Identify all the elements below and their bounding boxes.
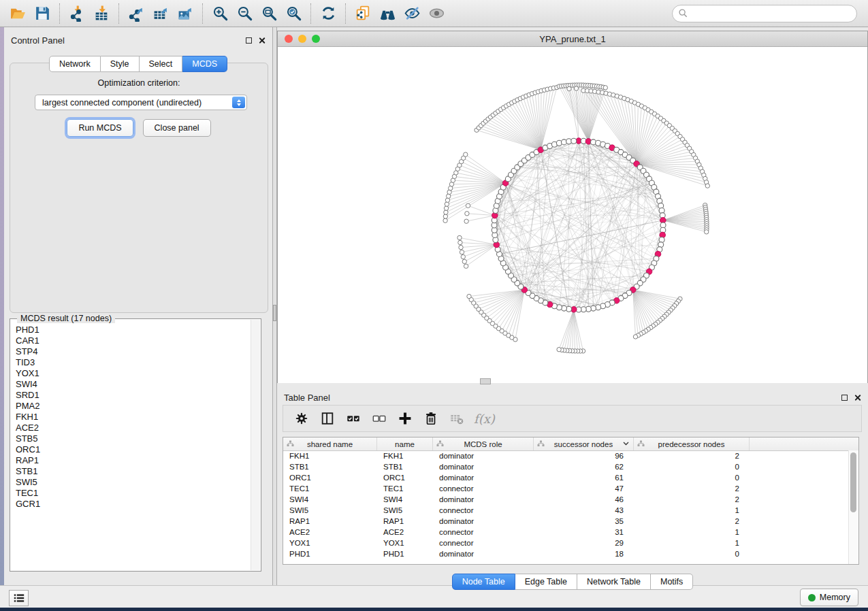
table-row[interactable]: STB1STB1dominator620 [283, 462, 858, 473]
delete-column-icon[interactable] [419, 408, 443, 429]
node-table-body: FKH1FKH1dominator962STB1STB1dominator620… [283, 451, 858, 560]
table-cell: RAP1 [377, 516, 433, 527]
table-cell: 31 [534, 527, 634, 538]
column-header-MCDS-role[interactable]: MCDS role [433, 437, 534, 450]
export-network-icon[interactable] [124, 3, 148, 24]
desktop-wallpaper-bottom [0, 608, 868, 611]
tab-style[interactable]: Style [101, 56, 140, 72]
mcds-result-item[interactable]: SWI5 [16, 477, 261, 488]
table-row[interactable]: PHD1PHD1dominator180 [283, 549, 858, 560]
column-header-successor-nodes[interactable]: successor nodes [534, 437, 634, 450]
first-neighbors-icon[interactable] [375, 3, 400, 24]
zoom-selected-icon[interactable] [281, 3, 306, 24]
run-mcds-button[interactable]: Run MCDS [67, 119, 133, 137]
table-row[interactable]: SWI5SWI5connector431 [283, 506, 858, 516]
network-window-title: YPA_prune.txt_1 [278, 34, 867, 44]
task-history-button[interactable] [9, 590, 29, 606]
tab-edge-table[interactable]: Edge Table [515, 574, 577, 590]
vertical-splitter-grip[interactable] [273, 305, 276, 321]
table-row[interactable]: FKH1FKH1dominator962 [283, 451, 858, 462]
mcds-result-item[interactable]: TID3 [16, 357, 261, 368]
column-header-shared-name[interactable]: shared name [283, 437, 377, 450]
table-tabs: Node Table Edge Table Network Table Moti… [277, 574, 868, 590]
table-cell: 61 [534, 473, 634, 484]
mcds-list-scrollbar[interactable] [251, 320, 260, 570]
mcds-result-item[interactable]: RAP1 [16, 455, 261, 466]
search-box[interactable] [672, 5, 857, 22]
toolbar-separator [59, 3, 60, 24]
table-row[interactable]: ACE2ACE2connector311 [283, 527, 858, 538]
save-session-icon[interactable] [30, 3, 54, 24]
control-panel: Control Panel Network Style Select MCDS … [4, 27, 272, 585]
close-panel-icon[interactable] [258, 37, 266, 44]
memory-status-icon [808, 594, 816, 601]
deselect-all-icon[interactable] [368, 408, 391, 429]
search-input[interactable] [688, 6, 856, 21]
mcds-result-item[interactable]: CAR1 [16, 335, 261, 346]
float-panel-icon[interactable] [246, 37, 252, 44]
mcds-result-item[interactable]: FKH1 [16, 412, 261, 423]
clone-network-icon[interactable] [351, 3, 375, 24]
network-window-titlebar[interactable]: YPA_prune.txt_1 [278, 31, 867, 47]
zoom-in-icon[interactable] [208, 3, 232, 24]
export-image-icon[interactable] [173, 3, 197, 24]
mcds-result-item[interactable]: SWI4 [16, 379, 261, 390]
zoom-fit-icon[interactable] [257, 3, 281, 24]
table-cell: 46 [534, 495, 634, 506]
settings-icon[interactable] [290, 408, 313, 429]
column-header-predecessor-nodes[interactable]: predecessor nodes [634, 437, 750, 450]
optimization-criterion-select[interactable]: largest connected component (undirected) [35, 95, 247, 110]
mcds-result-item[interactable]: STP4 [16, 346, 261, 357]
vertical-splitter[interactable] [272, 27, 277, 585]
node-table-scrollbar-thumb[interactable] [850, 452, 856, 512]
import-network-icon[interactable] [65, 3, 89, 24]
hide-selected-icon[interactable] [400, 3, 424, 24]
node-table-scrollbar[interactable] [848, 450, 858, 564]
table-cell: connector [433, 484, 534, 495]
table-cell: PHD1 [283, 549, 377, 560]
column-header-filler [750, 437, 850, 450]
memory-button[interactable]: Memory [800, 589, 858, 606]
table-cell: dominator [433, 451, 534, 462]
mcds-result-item[interactable]: PHD1 [16, 325, 261, 335]
zoom-out-icon[interactable] [232, 3, 257, 24]
node-table-header: shared namenameMCDS rolesuccessor nodesp… [283, 437, 858, 451]
close-table-panel-icon[interactable] [854, 394, 861, 401]
mcds-result-item[interactable]: STB5 [16, 433, 261, 444]
float-table-panel-icon[interactable] [841, 395, 848, 401]
export-table-icon[interactable] [148, 3, 173, 24]
column-layout-icon[interactable] [316, 408, 339, 429]
mcds-result-item[interactable]: STB1 [16, 466, 261, 477]
show-all-icon[interactable] [424, 3, 449, 24]
tab-select[interactable]: Select [140, 56, 183, 72]
mcds-result-item[interactable]: ORC1 [16, 444, 261, 455]
column-header-name[interactable]: name [377, 437, 433, 450]
table-row[interactable]: YOX1YOX1connector291 [283, 538, 858, 549]
table-cell: 1 [634, 538, 750, 549]
horizontal-splitter-grip[interactable] [480, 378, 491, 384]
tab-network-table[interactable]: Network Table [577, 574, 651, 590]
mcds-result-item[interactable]: SRD1 [16, 390, 261, 401]
table-cell: SWI5 [283, 506, 377, 516]
mcds-result-item[interactable]: PMA2 [16, 401, 261, 412]
select-all-icon[interactable] [342, 408, 365, 429]
table-row[interactable]: RAP1RAP1dominator352 [283, 516, 858, 527]
table-row[interactable]: TEC1TEC1connector472 [283, 484, 858, 495]
mcds-result-item[interactable]: TEC1 [16, 488, 261, 499]
table-row[interactable]: SWI4SWI4dominator462 [283, 495, 858, 506]
tab-motifs[interactable]: Motifs [651, 574, 693, 590]
mcds-result-item[interactable]: GCR1 [16, 499, 261, 510]
tab-mcds[interactable]: MCDS [182, 56, 227, 72]
network-graph-canvas[interactable] [278, 47, 867, 383]
add-column-icon[interactable] [393, 408, 417, 429]
tab-node-table[interactable]: Node Table [452, 574, 515, 590]
tab-network[interactable]: Network [49, 56, 101, 72]
import-table-icon[interactable] [89, 3, 114, 24]
table-row[interactable]: ORC1ORC1dominator610 [283, 473, 858, 484]
mcds-result-item[interactable]: ACE2 [16, 423, 261, 433]
mcds-result-item[interactable]: YOX1 [16, 368, 261, 379]
close-panel-button[interactable]: Close panel [143, 119, 211, 137]
open-file-icon[interactable] [5, 3, 30, 24]
table-cell: YOX1 [283, 538, 377, 549]
apply-layout-icon[interactable] [316, 3, 340, 24]
